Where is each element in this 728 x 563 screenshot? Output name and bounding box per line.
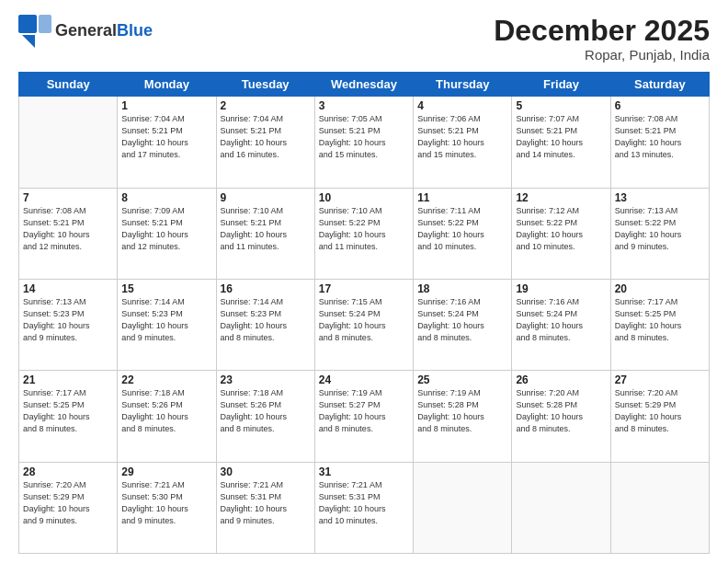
calendar-day-header: Sunday bbox=[19, 73, 118, 97]
calendar-cell: 18Sunrise: 7:16 AM Sunset: 5:24 PM Dayli… bbox=[414, 279, 512, 370]
calendar-day-header: Wednesday bbox=[314, 73, 413, 97]
day-number: 6 bbox=[615, 99, 705, 112]
day-info: Sunrise: 7:18 AM Sunset: 5:26 PM Dayligh… bbox=[221, 387, 311, 435]
day-info: Sunrise: 7:08 AM Sunset: 5:21 PM Dayligh… bbox=[615, 113, 705, 161]
calendar-cell: 19Sunrise: 7:16 AM Sunset: 5:24 PM Dayli… bbox=[512, 279, 610, 370]
day-number: 23 bbox=[221, 373, 311, 386]
calendar-cell: 29Sunrise: 7:21 AM Sunset: 5:30 PM Dayli… bbox=[118, 462, 216, 553]
day-info: Sunrise: 7:13 AM Sunset: 5:23 PM Dayligh… bbox=[23, 296, 113, 344]
day-info: Sunrise: 7:16 AM Sunset: 5:24 PM Dayligh… bbox=[417, 296, 507, 344]
day-number: 20 bbox=[615, 282, 705, 295]
calendar-cell: 6Sunrise: 7:08 AM Sunset: 5:21 PM Daylig… bbox=[610, 97, 709, 188]
day-info: Sunrise: 7:12 AM Sunset: 5:22 PM Dayligh… bbox=[516, 205, 606, 253]
calendar-cell: 21Sunrise: 7:17 AM Sunset: 5:25 PM Dayli… bbox=[19, 371, 118, 462]
calendar-week-row: 14Sunrise: 7:13 AM Sunset: 5:23 PM Dayli… bbox=[19, 279, 710, 370]
calendar-day-header: Thursday bbox=[414, 73, 512, 97]
day-info: Sunrise: 7:11 AM Sunset: 5:22 PM Dayligh… bbox=[417, 205, 507, 253]
calendar-cell: 1Sunrise: 7:04 AM Sunset: 5:21 PM Daylig… bbox=[118, 97, 216, 188]
day-number: 31 bbox=[319, 465, 409, 478]
day-info: Sunrise: 7:19 AM Sunset: 5:27 PM Dayligh… bbox=[319, 387, 409, 435]
day-number: 25 bbox=[417, 373, 507, 386]
calendar-cell: 9Sunrise: 7:10 AM Sunset: 5:21 PM Daylig… bbox=[216, 188, 314, 279]
calendar-cell: 12Sunrise: 7:12 AM Sunset: 5:22 PM Dayli… bbox=[512, 188, 610, 279]
title-block: December 2025 Ropar, Punjab, India bbox=[494, 15, 710, 63]
day-number: 13 bbox=[615, 191, 705, 204]
day-number: 26 bbox=[516, 373, 606, 386]
day-info: Sunrise: 7:14 AM Sunset: 5:23 PM Dayligh… bbox=[121, 296, 211, 344]
day-info: Sunrise: 7:10 AM Sunset: 5:22 PM Dayligh… bbox=[319, 205, 409, 253]
day-number: 16 bbox=[221, 282, 311, 295]
calendar-day-header: Monday bbox=[118, 73, 216, 97]
day-number: 22 bbox=[121, 373, 211, 386]
day-info: Sunrise: 7:08 AM Sunset: 5:21 PM Dayligh… bbox=[23, 205, 113, 253]
calendar-cell: 28Sunrise: 7:20 AM Sunset: 5:29 PM Dayli… bbox=[19, 462, 118, 553]
day-info: Sunrise: 7:10 AM Sunset: 5:21 PM Dayligh… bbox=[221, 205, 311, 253]
day-number: 9 bbox=[221, 191, 311, 204]
day-info: Sunrise: 7:17 AM Sunset: 5:25 PM Dayligh… bbox=[23, 387, 113, 435]
calendar-day-header: Tuesday bbox=[216, 73, 314, 97]
calendar-cell: 22Sunrise: 7:18 AM Sunset: 5:26 PM Dayli… bbox=[118, 371, 216, 462]
calendar-cell: 15Sunrise: 7:14 AM Sunset: 5:23 PM Dayli… bbox=[118, 279, 216, 370]
calendar-cell: 2Sunrise: 7:04 AM Sunset: 5:21 PM Daylig… bbox=[216, 97, 314, 188]
day-number: 10 bbox=[319, 191, 409, 204]
day-number: 14 bbox=[23, 282, 113, 295]
day-info: Sunrise: 7:14 AM Sunset: 5:23 PM Dayligh… bbox=[221, 296, 311, 344]
day-info: Sunrise: 7:20 AM Sunset: 5:29 PM Dayligh… bbox=[615, 387, 705, 435]
logo-icon bbox=[18, 15, 51, 48]
day-info: Sunrise: 7:21 AM Sunset: 5:30 PM Dayligh… bbox=[121, 479, 211, 527]
calendar-cell: 23Sunrise: 7:18 AM Sunset: 5:26 PM Dayli… bbox=[216, 371, 314, 462]
day-number: 27 bbox=[615, 373, 705, 386]
day-number: 12 bbox=[516, 191, 606, 204]
calendar-cell: 14Sunrise: 7:13 AM Sunset: 5:23 PM Dayli… bbox=[19, 279, 118, 370]
day-info: Sunrise: 7:09 AM Sunset: 5:21 PM Dayligh… bbox=[121, 205, 211, 253]
calendar-cell: 31Sunrise: 7:21 AM Sunset: 5:31 PM Dayli… bbox=[314, 462, 413, 553]
day-info: Sunrise: 7:17 AM Sunset: 5:25 PM Dayligh… bbox=[615, 296, 705, 344]
day-number: 29 bbox=[121, 465, 211, 478]
day-info: Sunrise: 7:13 AM Sunset: 5:22 PM Dayligh… bbox=[615, 205, 705, 253]
calendar-week-row: 21Sunrise: 7:17 AM Sunset: 5:25 PM Dayli… bbox=[19, 371, 710, 462]
day-number: 30 bbox=[221, 465, 311, 478]
calendar-cell: 26Sunrise: 7:20 AM Sunset: 5:28 PM Dayli… bbox=[512, 371, 610, 462]
calendar-day-header: Saturday bbox=[610, 73, 709, 97]
calendar-cell: 11Sunrise: 7:11 AM Sunset: 5:22 PM Dayli… bbox=[414, 188, 512, 279]
calendar-table: SundayMondayTuesdayWednesdayThursdayFrid… bbox=[18, 72, 710, 554]
day-info: Sunrise: 7:06 AM Sunset: 5:21 PM Dayligh… bbox=[417, 113, 507, 161]
day-info: Sunrise: 7:20 AM Sunset: 5:29 PM Dayligh… bbox=[23, 479, 113, 527]
calendar-week-row: 1Sunrise: 7:04 AM Sunset: 5:21 PM Daylig… bbox=[19, 97, 710, 188]
day-info: Sunrise: 7:20 AM Sunset: 5:28 PM Dayligh… bbox=[516, 387, 606, 435]
calendar-cell: 10Sunrise: 7:10 AM Sunset: 5:22 PM Dayli… bbox=[314, 188, 413, 279]
page-title: December 2025 bbox=[494, 15, 710, 47]
calendar-cell: 16Sunrise: 7:14 AM Sunset: 5:23 PM Dayli… bbox=[216, 279, 314, 370]
svg-rect-1 bbox=[39, 15, 51, 33]
day-number: 1 bbox=[121, 99, 211, 112]
day-number: 24 bbox=[319, 373, 409, 386]
day-number: 5 bbox=[516, 99, 606, 112]
calendar-cell: 25Sunrise: 7:19 AM Sunset: 5:28 PM Dayli… bbox=[414, 371, 512, 462]
day-number: 28 bbox=[23, 465, 113, 478]
day-info: Sunrise: 7:04 AM Sunset: 5:21 PM Dayligh… bbox=[121, 113, 211, 161]
day-info: Sunrise: 7:15 AM Sunset: 5:24 PM Dayligh… bbox=[319, 296, 409, 344]
logo-blue-text: Blue bbox=[117, 21, 153, 40]
logo: GeneralBlue bbox=[18, 15, 153, 48]
calendar-header-row: SundayMondayTuesdayWednesdayThursdayFrid… bbox=[19, 73, 710, 97]
day-info: Sunrise: 7:16 AM Sunset: 5:24 PM Dayligh… bbox=[516, 296, 606, 344]
day-info: Sunrise: 7:18 AM Sunset: 5:26 PM Dayligh… bbox=[121, 387, 211, 435]
logo-general-text: General bbox=[55, 21, 117, 40]
day-number: 19 bbox=[516, 282, 606, 295]
svg-rect-0 bbox=[18, 15, 37, 33]
calendar-cell: 5Sunrise: 7:07 AM Sunset: 5:21 PM Daylig… bbox=[512, 97, 610, 188]
calendar-cell: 20Sunrise: 7:17 AM Sunset: 5:25 PM Dayli… bbox=[610, 279, 709, 370]
page-subtitle: Ropar, Punjab, India bbox=[494, 47, 710, 63]
day-info: Sunrise: 7:04 AM Sunset: 5:21 PM Dayligh… bbox=[221, 113, 311, 161]
calendar-cell: 7Sunrise: 7:08 AM Sunset: 5:21 PM Daylig… bbox=[19, 188, 118, 279]
page: GeneralBlue December 2025 Ropar, Punjab,… bbox=[0, 0, 728, 563]
day-number: 17 bbox=[319, 282, 409, 295]
calendar-cell: 8Sunrise: 7:09 AM Sunset: 5:21 PM Daylig… bbox=[118, 188, 216, 279]
calendar-day-header: Friday bbox=[512, 73, 610, 97]
day-number: 7 bbox=[23, 191, 113, 204]
calendar-cell: 27Sunrise: 7:20 AM Sunset: 5:29 PM Dayli… bbox=[610, 371, 709, 462]
day-info: Sunrise: 7:21 AM Sunset: 5:31 PM Dayligh… bbox=[221, 479, 311, 527]
calendar-cell: 13Sunrise: 7:13 AM Sunset: 5:22 PM Dayli… bbox=[610, 188, 709, 279]
svg-marker-2 bbox=[22, 35, 35, 48]
day-number: 11 bbox=[417, 191, 507, 204]
